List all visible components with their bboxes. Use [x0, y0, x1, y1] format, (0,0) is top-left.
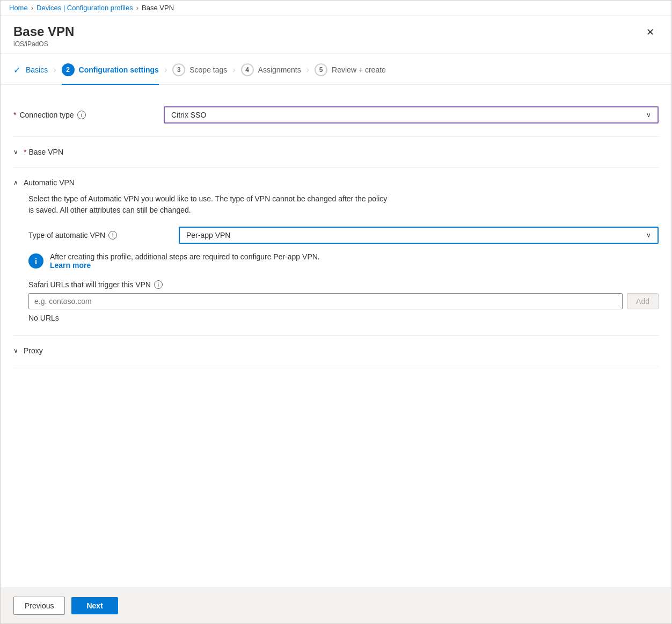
automatic-vpn-description: Select the type of Automatic VPN you wou… — [28, 193, 393, 216]
learn-more-link[interactable]: Learn more — [50, 261, 91, 270]
topbar: Home › Devices | Configuration profiles … — [1, 1, 671, 16]
type-vpn-label: Type of automatic VPN i — [28, 231, 179, 240]
step-basics-label: Basics — [26, 66, 48, 74]
breadcrumb-current: Base VPN — [142, 4, 174, 12]
type-vpn-info-icon[interactable]: i — [108, 231, 117, 240]
info-box: i After creating this profile, additiona… — [28, 252, 659, 270]
automatic-vpn-section-header[interactable]: ∧ Automatic VPN — [13, 172, 659, 193]
footer: Previous Next — [1, 587, 671, 623]
chevron-up-icon: ∧ — [13, 179, 18, 186]
connection-type-row: * Connection type i Citrix SSO ∨ — [13, 106, 659, 124]
chevron-right-icon: ∨ — [13, 148, 18, 156]
breadcrumb-home[interactable]: Home — [9, 4, 28, 12]
type-vpn-dropdown[interactable]: Per-app VPN ∨ — [179, 227, 659, 244]
proxy-section-header[interactable]: ∨ Proxy — [13, 340, 659, 361]
safari-urls-section: Safari URLs that will trigger this VPN i… — [28, 280, 659, 322]
step-configuration[interactable]: 2 Configuration settings — [62, 63, 159, 84]
step-check-icon: ✓ — [13, 65, 20, 75]
step-review-label: Review + create — [332, 66, 386, 74]
chevron-down-icon: ∨ — [646, 111, 651, 119]
step-assignments-label: Assignments — [258, 66, 301, 74]
safari-urls-info-icon[interactable]: i — [154, 280, 163, 289]
chevron-down-icon: ∨ — [646, 231, 651, 239]
divider — [13, 136, 659, 137]
next-button[interactable]: Next — [71, 597, 118, 614]
divider — [13, 167, 659, 168]
type-vpn-row: Type of automatic VPN i Per-app VPN ∨ — [28, 227, 659, 244]
step-scope-number: 3 — [172, 63, 185, 76]
breadcrumb: Home › Devices | Configuration profiles … — [9, 4, 174, 12]
previous-button[interactable]: Previous — [13, 597, 65, 615]
connection-type-label: * Connection type i — [13, 111, 164, 119]
divider — [13, 366, 659, 366]
chevron-right-icon: ∨ — [13, 347, 18, 354]
info-icon: i — [28, 253, 43, 269]
automatic-vpn-content: Select the type of Automatic VPN you wou… — [13, 193, 659, 331]
automatic-vpn-title: Automatic VPN — [24, 178, 75, 187]
step-assignments[interactable]: 4 Assignments — [241, 63, 301, 84]
proxy-title: Proxy — [24, 346, 43, 355]
wizard-steps: ✓ Basics › 2 Configuration settings › 3 … — [1, 54, 671, 85]
step-assignments-number: 4 — [241, 63, 254, 76]
step-review-number: 5 — [315, 63, 327, 76]
breadcrumb-devices[interactable]: Devices | Configuration profiles — [36, 4, 133, 12]
safari-urls-label: Safari URLs that will trigger this VPN i — [28, 280, 659, 289]
divider — [13, 335, 659, 336]
step-configuration-number: 2 — [62, 63, 75, 76]
step-scope[interactable]: 3 Scope tags — [172, 63, 227, 84]
close-button[interactable]: ✕ — [642, 24, 659, 40]
step-scope-label: Scope tags — [189, 66, 227, 74]
safari-urls-input[interactable] — [28, 293, 623, 309]
info-message: After creating this profile, additional … — [50, 252, 320, 261]
required-star: * — [13, 111, 16, 119]
page-header: Base VPN iOS/iPadOS ✕ — [1, 16, 671, 54]
base-vpn-title: * Base VPN — [24, 148, 63, 156]
connection-type-info-icon[interactable]: i — [77, 111, 86, 119]
step-configuration-label: Configuration settings — [79, 66, 159, 74]
page-subtitle: iOS/iPadOS — [13, 40, 74, 48]
main-content: * Connection type i Citrix SSO ∨ ∨ * Bas… — [1, 85, 671, 587]
page-title: Base VPN — [13, 24, 74, 39]
step-review[interactable]: 5 Review + create — [315, 63, 386, 84]
connection-type-dropdown[interactable]: Citrix SSO ∨ — [164, 106, 659, 124]
step-active-indicator — [62, 84, 159, 85]
base-vpn-section-header[interactable]: ∨ * Base VPN — [13, 141, 659, 163]
add-button[interactable]: Add — [627, 293, 659, 309]
step-basics[interactable]: ✓ Basics — [13, 65, 48, 83]
no-urls-text: No URLs — [28, 314, 659, 322]
